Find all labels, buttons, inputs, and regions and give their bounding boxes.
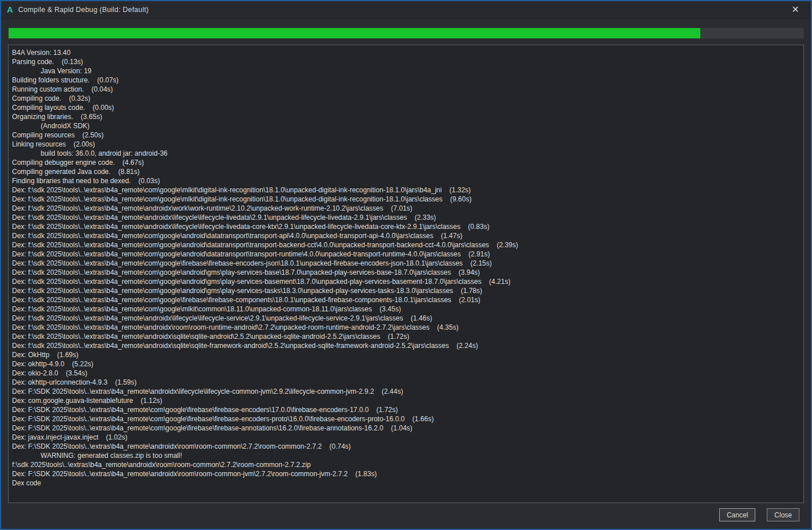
log-line: build tools: 36.0.0, android jar: androi… xyxy=(12,149,800,158)
log-line: Dex: okio-2.8.0 (3.54s) xyxy=(12,369,800,378)
log-line: Java Version: 19 xyxy=(12,66,800,76)
log-line: Dex: f:\sdk 2025\tools\..\extras\b4a_rem… xyxy=(12,341,800,350)
log-line: Building folders structure. (0.07s) xyxy=(12,76,800,85)
log-line: Dex: okhttp-4.9.0 (5.22s) xyxy=(12,359,800,369)
log-line: Dex: F:\SDK 2025\tools\..\extras\b4a_rem… xyxy=(12,414,800,424)
log-line: Dex: F:\SDK 2025\tools\..\extras\b4a_rem… xyxy=(12,469,800,478)
log-line: Dex: f:\sdk 2025\tools\..\extras\b4a_rem… xyxy=(12,250,800,259)
b4a-logo-icon: A xyxy=(7,1,13,18)
log-line: Linking resources (2.00s) xyxy=(12,140,800,149)
log-line: Running custom action. (0.04s) xyxy=(12,85,800,94)
log-line: Finding libraries that need to be dexed.… xyxy=(12,176,800,185)
log-line: Dex: F:\SDK 2025\tools\..\extras\b4a_rem… xyxy=(12,424,800,433)
compile-debug-dialog: A Compile & Rapid Debug (Build: Default)… xyxy=(0,0,812,530)
progress-fill xyxy=(9,28,700,38)
log-line: Dex: com.google.guava-listenablefuture (… xyxy=(12,396,800,405)
log-line: Dex: f:\sdk 2025\tools\..\extras\b4a_rem… xyxy=(12,304,800,314)
log-line: B4A Version: 13.40 xyxy=(12,48,800,57)
log-line: Dex: f:\sdk 2025\tools\..\extras\b4a_rem… xyxy=(12,259,800,268)
log-line: Dex: F:\SDK 2025\tools\..\extras\b4a_rem… xyxy=(12,405,800,414)
log-line: Dex: f:\sdk 2025\tools\..\extras\b4a_rem… xyxy=(12,185,800,195)
log-line: Compiling code. (0.32s) xyxy=(12,94,800,103)
log-line: Dex: F:\SDK 2025\tools\..\extras\b4a_rem… xyxy=(12,442,800,451)
log-line: Dex: f:\sdk 2025\tools\..\extras\b4a_rem… xyxy=(12,277,800,286)
log-line: Dex: f:\sdk 2025\tools\..\extras\b4a_rem… xyxy=(12,286,800,295)
log-line: Compiling resources (2.50s) xyxy=(12,130,800,140)
close-icon[interactable]: ✕ xyxy=(786,1,805,18)
log-line: Compiling debugger engine code. (4.67s) xyxy=(12,158,800,167)
log-line: Dex: f:\sdk 2025\tools\..\extras\b4a_rem… xyxy=(12,240,800,250)
progress-bar xyxy=(8,27,804,39)
log-line: Dex: f:\sdk 2025\tools\..\extras\b4a_rem… xyxy=(12,204,800,213)
log-line: Dex: javax.inject-javax.inject (1.02s) xyxy=(12,433,800,442)
log-line: Dex: f:\sdk 2025\tools\..\extras\b4a_rem… xyxy=(12,222,800,231)
log-line: Dex: f:\sdk 2025\tools\..\extras\b4a_rem… xyxy=(12,231,800,240)
log-line: Dex: f:\sdk 2025\tools\..\extras\b4a_rem… xyxy=(12,314,800,323)
log-line: (AndroidX SDK) xyxy=(12,121,800,130)
log-line: WARNING: generated classes.zip is too sm… xyxy=(12,451,800,460)
log-line: Dex: f:\sdk 2025\tools\..\extras\b4a_rem… xyxy=(12,323,800,332)
titlebar[interactable]: A Compile & Rapid Debug (Build: Default)… xyxy=(1,1,811,19)
log-line: Compiling generated Java code. (8.81s) xyxy=(12,167,800,176)
log-line: Organizing libraries. (3.65s) xyxy=(12,112,800,121)
log-line: Dex: F:\SDK 2025\tools\..\extras\b4a_rem… xyxy=(12,387,800,396)
log-line: Dex: f:\sdk 2025\tools\..\extras\b4a_rem… xyxy=(12,332,800,341)
compile-log-output[interactable]: B4A Version: 13.40Parsing code. (0.13s)J… xyxy=(8,45,804,503)
close-button[interactable]: Close xyxy=(767,508,799,521)
log-line: Parsing code. (0.13s) xyxy=(12,57,800,66)
log-line: Dex: OkHttp (1.69s) xyxy=(12,350,800,359)
log-line: Dex code xyxy=(12,478,800,488)
cancel-button[interactable]: Cancel xyxy=(719,508,755,521)
log-line: Dex: f:\sdk 2025\tools\..\extras\b4a_rem… xyxy=(12,295,800,304)
log-line: Dex: f:\sdk 2025\tools\..\extras\b4a_rem… xyxy=(12,268,800,277)
footer-buttons: Cancel Close xyxy=(719,508,799,521)
log-line: Dex: f:\sdk 2025\tools\..\extras\b4a_rem… xyxy=(12,213,800,222)
log-line: f:\sdk 2025\tools\..\extras\b4a_remote\a… xyxy=(12,460,800,469)
log-line: Dex: f:\sdk 2025\tools\..\extras\b4a_rem… xyxy=(12,195,800,204)
log-line: Dex: okhttp-urlconnection-4.9.3 (1.59s) xyxy=(12,378,800,387)
window-title: Compile & Rapid Debug (Build: Default) xyxy=(18,6,149,14)
log-line: Compiling layouts code. (0.00s) xyxy=(12,103,800,112)
